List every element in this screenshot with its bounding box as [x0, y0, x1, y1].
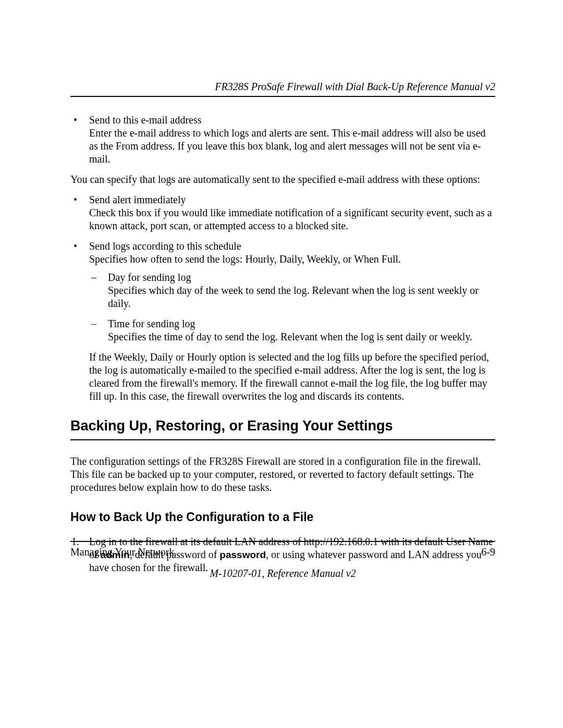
- section-heading: Backing Up, Restoring, or Erasing Your S…: [70, 417, 495, 440]
- trailing-paragraph: If the Weekly, Daily or Hourly option is…: [89, 351, 495, 403]
- document-page: FR328S ProSafe Firewall with Dial Back-U…: [0, 0, 563, 728]
- sub-title: Day for sending log: [108, 272, 191, 283]
- bullet-title: Send to this e-mail address: [89, 114, 202, 126]
- bullet-desc: Specifies how often to send the logs: Ho…: [89, 253, 401, 265]
- sub-desc: Specifies the time of day to send the lo…: [108, 331, 472, 342]
- subsection-heading: How to Back Up the Configuration to a Fi…: [70, 510, 495, 525]
- section-intro: The configuration settings of the FR328S…: [70, 455, 495, 494]
- bullet-title: Send logs according to this schedule: [89, 240, 241, 252]
- page-footer: Managing Your Network 6-9 M-10207-01, Re…: [70, 541, 495, 579]
- list-item: Time for sending log Specifies the time …: [89, 317, 495, 343]
- footer-left: Managing Your Network: [70, 546, 174, 558]
- list-item: Day for sending log Specifies which day …: [89, 271, 495, 310]
- intro-paragraph: You can specify that logs are automatica…: [70, 173, 495, 186]
- running-header: FR328S ProSafe Firewall with Dial Back-U…: [70, 81, 495, 93]
- footer-rule: [70, 541, 495, 542]
- body-content: Send to this e-mail address Enter the e-…: [70, 114, 495, 574]
- footer-center: M-10207-01, Reference Manual v2: [70, 567, 495, 579]
- list-item: Send logs according to this schedule Spe…: [70, 240, 495, 403]
- sub-title: Time for sending log: [108, 318, 195, 329]
- list-item: Send to this e-mail address Enter the e-…: [70, 114, 495, 166]
- sub-desc: Specifies which day of the week to send …: [108, 285, 479, 309]
- bullet-list-top: Send to this e-mail address Enter the e-…: [70, 114, 495, 166]
- bullet-desc: Enter the e-mail address to which logs a…: [89, 127, 486, 165]
- footer-line: Managing Your Network 6-9: [70, 546, 495, 558]
- bullet-desc: Check this box if you would like immedia…: [89, 207, 492, 231]
- footer-right: 6-9: [481, 546, 495, 558]
- sub-list: Day for sending log Specifies which day …: [89, 271, 495, 343]
- bullet-list-options: Send alert immediately Check this box if…: [70, 193, 495, 403]
- header-rule: [70, 96, 495, 97]
- bullet-title: Send alert immediately: [89, 194, 186, 205]
- list-item: Send alert immediately Check this box if…: [70, 193, 495, 232]
